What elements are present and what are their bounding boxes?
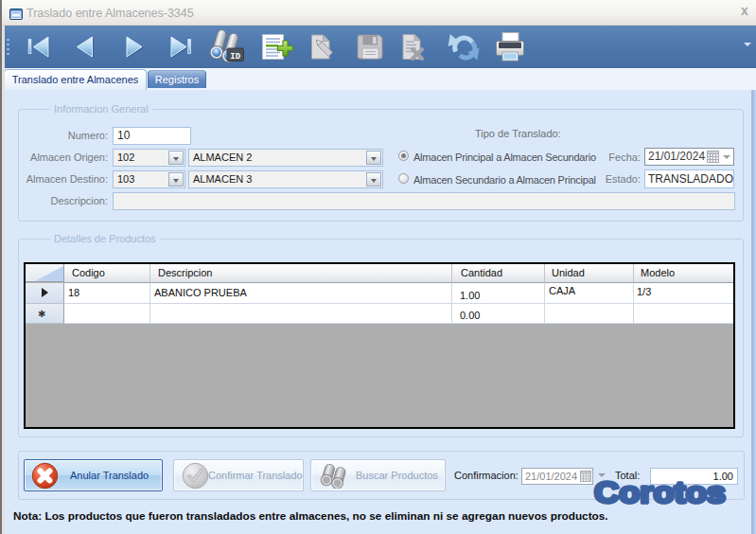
svg-text:Corotos: Corotos bbox=[594, 476, 726, 509]
svg-text:ID: ID bbox=[230, 52, 240, 62]
